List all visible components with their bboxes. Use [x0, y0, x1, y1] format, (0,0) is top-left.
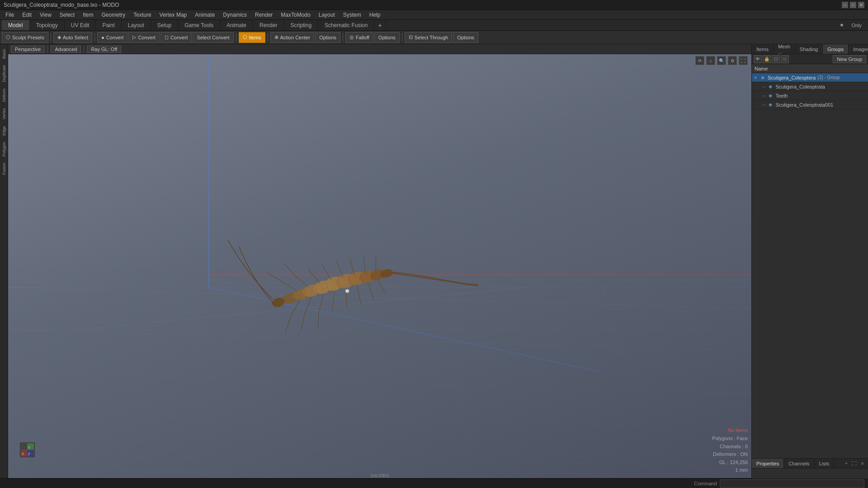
unit-status: 1 mm [712, 466, 748, 474]
tab-paint[interactable]: Paint [96, 20, 121, 30]
tab-animate[interactable]: Animate [220, 20, 253, 30]
sculpt-presets-button[interactable]: ⬡ Sculpt Presets [2, 32, 48, 43]
minimize-button[interactable]: ─ [842, 2, 848, 8]
viewport-icon-settings[interactable]: ⚙ [728, 56, 737, 65]
command-input[interactable] [720, 479, 864, 488]
viewport-icon-camera[interactable]: ⟳ [695, 56, 704, 65]
edge-icon: ▷ [132, 34, 136, 40]
falloff-button[interactable]: ◎ Falloff [345, 32, 373, 43]
tab-schematic-fusion[interactable]: Schematic Fusion [318, 20, 374, 30]
tab-topology[interactable]: Topology [30, 20, 65, 30]
select-convert-button[interactable]: Select Convert [193, 32, 233, 43]
sidebar-tab-basic[interactable]: Basic [1, 46, 7, 61]
action-center-button[interactable]: ⊕ Action Center [270, 32, 315, 43]
tab-render[interactable]: Render [253, 20, 284, 30]
rpt-eye-btn[interactable]: 👁 [754, 55, 762, 63]
tab-scripting[interactable]: Scripting [284, 20, 318, 30]
select-through-button[interactable]: ⊡ Select Through [405, 32, 452, 43]
svg-line-42 [377, 278, 385, 296]
mesh-icon: ◈ [760, 75, 766, 81]
menu-edit[interactable]: Edit [19, 11, 35, 19]
convert1-button[interactable]: ● Convert [97, 32, 127, 43]
items-list[interactable]: ▼ ◈ Scutigera_Coleoptera (2) - Group ─ ◈… [752, 73, 868, 458]
viewport-icon-expand[interactable]: ⛶ [739, 56, 748, 65]
sidebar-tab-deform[interactable]: Deform [1, 86, 7, 105]
viewport-icon-search[interactable]: 🔍 [717, 56, 726, 65]
rp-tab-items[interactable]: Items [752, 44, 774, 54]
svg-text:Z: Z [28, 452, 30, 455]
menu-maxtomod[interactable]: MaxToModo [277, 11, 314, 19]
rpb-tab-properties[interactable]: Properties [752, 459, 784, 468]
svg-line-8 [45, 287, 82, 478]
convert2-button[interactable]: ▷ Convert [128, 32, 160, 43]
toolbar-separator-4 [268, 33, 268, 42]
axis-cube: X Y Z [17, 440, 38, 460]
item-expand-2: ─ [763, 94, 765, 98]
rpb-icon-group: + ⛶ ≡ [841, 459, 868, 468]
list-item-scutigera001[interactable]: ─ ◈ Scutigera_Coleoptrata001 [752, 100, 868, 109]
menu-dynamics[interactable]: Dynamics [219, 11, 250, 19]
advanced-button[interactable]: Advanced [51, 46, 81, 53]
tab-add-button[interactable]: + [374, 20, 386, 30]
rp-tab-groups[interactable]: Groups [823, 44, 849, 54]
options3-button[interactable]: Options [453, 32, 478, 43]
list-item-teeth[interactable]: ─ ◈ Teeth [752, 91, 868, 100]
rpb-icon-more[interactable]: ≡ [859, 460, 866, 467]
menu-texture[interactable]: Texture [130, 11, 155, 19]
svg-line-49 [336, 260, 343, 278]
viewport-canvas[interactable]: X Y Z No Items Polygons : Face Channels … [8, 54, 751, 478]
menu-geometry[interactable]: Geometry [98, 11, 129, 19]
menu-layout[interactable]: Layout [315, 11, 339, 19]
maximize-button[interactable]: □ [850, 2, 856, 8]
new-group-button[interactable]: New Group [833, 55, 866, 63]
ray-gl-button[interactable]: Ray GL: Off [87, 46, 121, 53]
convert3-button[interactable]: ◻ Convert [160, 32, 192, 43]
menu-render[interactable]: Render [251, 11, 276, 19]
menu-help[interactable]: Help [366, 11, 384, 19]
rpb-tab-lists[interactable]: Lists [815, 459, 835, 468]
group-badge: (2) - Group [817, 75, 840, 80]
sidebar-tab-fusion[interactable]: Fusion [1, 160, 7, 178]
menu-vertex-map[interactable]: Vertex Map [156, 11, 191, 19]
rpb-tab-channels[interactable]: Channels [784, 459, 814, 468]
rpt-view-btn[interactable]: ⬡ [772, 55, 780, 63]
tab-setup[interactable]: Setup [151, 20, 178, 30]
rp-tab-mesh[interactable]: Mesh ... [774, 44, 795, 54]
sidebar-tab-vertex[interactable]: Vertex [1, 105, 7, 122]
command-label: Command [694, 481, 717, 486]
right-panel: Items Mesh ... Shading Groups Images + 👁… [751, 44, 868, 478]
rpb-icon-add[interactable]: + [843, 460, 850, 467]
rp-bottom: Properties Channels Lists + ⛶ ≡ [752, 458, 868, 478]
perspective-button[interactable]: Perspective [11, 46, 45, 53]
group-header[interactable]: ▼ ◈ Scutigera_Coleoptera (2) - Group [752, 73, 868, 82]
sidebar-tab-edge[interactable]: Edge [1, 123, 7, 138]
menu-system[interactable]: System [340, 11, 365, 19]
tab-model[interactable]: Model [2, 20, 30, 30]
menu-item[interactable]: Item [79, 11, 97, 19]
items-button[interactable]: ⬡ Items [239, 32, 265, 43]
auto-select-button[interactable]: ◈ Auto Select [53, 32, 92, 43]
mesh-icon-2: ◈ [767, 93, 774, 99]
only-label[interactable]: Only [849, 22, 864, 29]
svg-text:Y: Y [28, 446, 30, 449]
close-button[interactable]: ✕ [858, 2, 864, 8]
viewport-area[interactable]: Perspective Advanced Ray GL: Off ⟳ ⌂ 🔍 ⚙… [8, 44, 751, 478]
menu-select[interactable]: Select [56, 11, 78, 19]
options1-button[interactable]: Options [315, 32, 340, 43]
rp-tab-shading[interactable]: Shading [795, 44, 823, 54]
options2-button[interactable]: Options [374, 32, 400, 43]
viewport-icon-home[interactable]: ⌂ [706, 56, 715, 65]
list-item-scutigera[interactable]: ─ ◈ Scutigera_Coleoptrata [752, 82, 868, 91]
sidebar-tab-duplicate[interactable]: Duplicate [1, 62, 7, 85]
menu-file[interactable]: File [2, 11, 18, 19]
rp-tab-images[interactable]: Images [849, 44, 868, 54]
sidebar-tab-polygon[interactable]: Polygon [1, 139, 7, 160]
tab-game-tools[interactable]: Game Tools [178, 20, 220, 30]
rpt-lock-btn[interactable]: 🔒 [763, 55, 771, 63]
menu-view[interactable]: View [36, 11, 55, 19]
menu-animate[interactable]: Animate [191, 11, 218, 19]
rpt-hide-btn[interactable]: □ [781, 55, 789, 63]
tab-uvedit[interactable]: UV Edit [65, 20, 96, 30]
tab-layout[interactable]: Layout [122, 20, 151, 30]
rpb-icon-expand[interactable]: ⛶ [851, 460, 858, 467]
